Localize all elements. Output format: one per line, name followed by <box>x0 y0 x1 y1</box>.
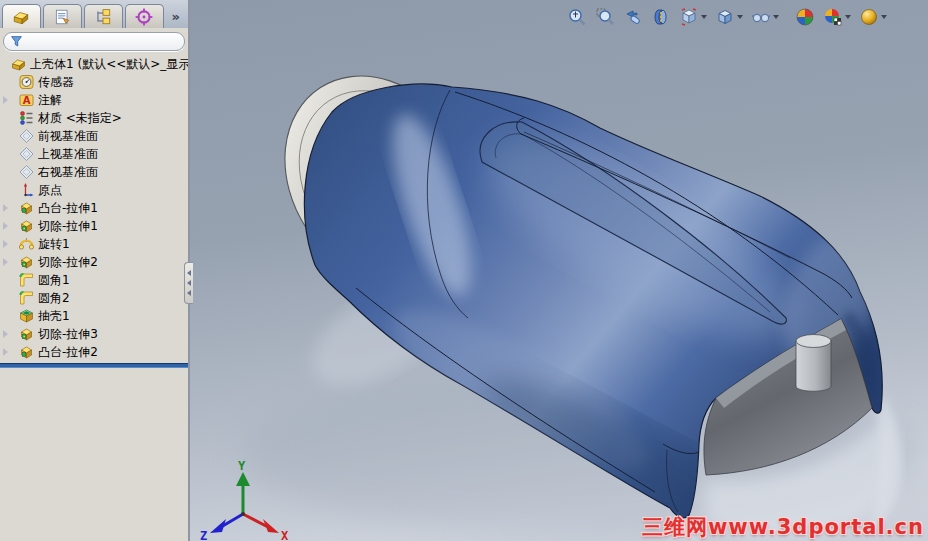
filter-input[interactable] <box>23 34 178 50</box>
section-view-icon <box>651 7 671 27</box>
boss-extrude-icon <box>18 200 35 216</box>
fillet-icon <box>18 290 35 306</box>
tree-item-boss-extrude2[interactable]: 凸台-拉伸2 <box>0 343 188 361</box>
watermark-text: 三维网www.3dportal.cn <box>642 513 924 541</box>
expand-arrow-icon[interactable] <box>0 348 10 356</box>
part-icon <box>10 56 27 72</box>
tree-item-boss-extrude1[interactable]: 凸台-拉伸1 <box>0 199 188 217</box>
tree-item-cut-extrude3[interactable]: 切除-拉伸3 <box>0 325 188 343</box>
view-settings-icon <box>859 7 879 27</box>
dimxpert-icon <box>135 8 153 26</box>
cut-extrude-icon <box>18 218 35 234</box>
interior-boss-top <box>796 335 831 348</box>
revolve-icon <box>18 236 35 252</box>
previous-view-button[interactable] <box>620 5 646 29</box>
part-icon <box>12 8 30 26</box>
tab-overflow-button[interactable]: » <box>166 9 186 24</box>
cut-extrude-icon <box>18 254 35 270</box>
tree-item-shell1[interactable]: 抽壳1 <box>0 307 188 325</box>
tree-item-sensors[interactable]: 传感器 <box>0 73 188 91</box>
property-icon <box>53 8 71 26</box>
dropdown-caret-icon[interactable] <box>773 15 779 19</box>
triad-x-label: X <box>281 529 289 541</box>
expand-arrow-icon[interactable] <box>0 240 10 248</box>
triad-y-label: Y <box>238 459 246 473</box>
dropdown-caret-icon[interactable] <box>701 15 707 19</box>
expand-arrow-icon[interactable] <box>0 330 10 338</box>
dropdown-caret-icon[interactable] <box>737 15 743 19</box>
rollback-bar[interactable] <box>0 363 188 368</box>
tab-propertymanager[interactable] <box>43 4 82 28</box>
model-3d-view[interactable]: Y X Z <box>190 0 928 541</box>
view-settings-button[interactable] <box>856 5 890 29</box>
tree-item-origin[interactable]: 原点 <box>0 181 188 199</box>
tab-dimxpertmanager[interactable] <box>125 4 164 28</box>
tree-item-cut-extrude1[interactable]: 切除-拉伸1 <box>0 217 188 235</box>
plane-icon <box>18 164 35 180</box>
filter-funnel-icon <box>10 35 23 48</box>
feature-tree: 上壳体1 (默认<<默认>_显示状 传感器 注解 材质 <未指定> 前视基准面 … <box>0 53 188 368</box>
zoom-to-fit-button[interactable] <box>564 5 590 29</box>
dropdown-caret-icon[interactable] <box>845 15 851 19</box>
tree-filter-bar <box>3 32 185 51</box>
tree-item-fillet2[interactable]: 圆角2 <box>0 289 188 307</box>
plane-icon <box>18 146 35 162</box>
expand-arrow-icon[interactable] <box>0 222 10 230</box>
sensors-icon <box>18 74 35 90</box>
configuration-icon <box>94 8 112 26</box>
solidworks-window: { "window": { "watermark": "三维网www.3dpor… <box>0 0 928 541</box>
boss-extrude-icon <box>18 344 35 360</box>
cut-extrude-icon <box>18 326 35 342</box>
display-style-icon <box>715 7 735 27</box>
apply-scene-button[interactable] <box>820 5 854 29</box>
hide-show-items-button[interactable] <box>748 5 782 29</box>
expand-arrow-icon[interactable] <box>0 258 10 266</box>
edit-appearance-icon <box>795 7 815 27</box>
section-view-button[interactable] <box>648 5 674 29</box>
edit-appearance-button[interactable] <box>792 5 818 29</box>
display-style-button[interactable] <box>712 5 746 29</box>
previous-view-icon <box>623 7 643 27</box>
panel-tab-strip: » <box>0 0 188 28</box>
apply-scene-icon <box>823 7 843 27</box>
zoom-to-fit-icon <box>567 7 587 27</box>
tree-item-annotations[interactable]: 注解 <box>0 91 188 109</box>
origin-icon <box>18 182 35 198</box>
panel-splitter-handle[interactable] <box>184 262 193 304</box>
graphics-viewport[interactable]: Y X Z <box>190 0 928 541</box>
tree-item-front-plane[interactable]: 前视基准面 <box>0 127 188 145</box>
heads-up-toolbar <box>564 5 890 29</box>
view-orientation-button[interactable] <box>676 5 710 29</box>
tree-root-item[interactable]: 上壳体1 (默认<<默认>_显示状 <box>0 55 188 73</box>
annotations-icon <box>18 92 35 108</box>
zoom-to-area-icon <box>595 7 615 27</box>
tree-item-top-plane[interactable]: 上视基准面 <box>0 145 188 163</box>
expand-arrow-icon[interactable] <box>0 96 10 104</box>
material-icon <box>18 110 35 126</box>
hide-show-items-icon <box>751 7 771 27</box>
tree-item-material[interactable]: 材质 <未指定> <box>0 109 188 127</box>
tree-item-revolve1[interactable]: 旋转1 <box>0 235 188 253</box>
dropdown-caret-icon[interactable] <box>881 15 887 19</box>
tab-featuremanager[interactable] <box>2 4 41 28</box>
zoom-to-area-button[interactable] <box>592 5 618 29</box>
fillet-icon <box>18 272 35 288</box>
expand-arrow-icon[interactable] <box>0 204 10 212</box>
feature-manager-panel: » 上壳体1 (默认<<默认>_显示状 传感器 注解 材质 <未指定> <box>0 0 190 541</box>
shell-icon <box>18 308 35 324</box>
view-orientation-icon <box>679 7 699 27</box>
tab-configurationmanager[interactable] <box>84 4 123 28</box>
tree-item-fillet1[interactable]: 圆角1 <box>0 271 188 289</box>
tree-item-cut-extrude2[interactable]: 切除-拉伸2 <box>0 253 188 271</box>
plane-icon <box>18 128 35 144</box>
triad-z-label: Z <box>200 529 207 541</box>
tree-item-right-plane[interactable]: 右视基准面 <box>0 163 188 181</box>
